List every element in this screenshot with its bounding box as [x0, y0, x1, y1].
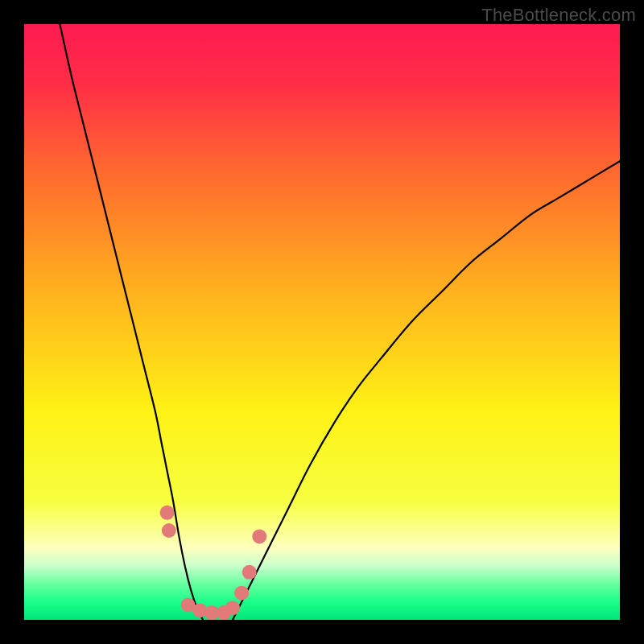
- marker-dot: [234, 586, 249, 601]
- marker-dot: [225, 601, 240, 615]
- chart-frame: TheBottleneck.com: [0, 0, 644, 644]
- marker-dot: [252, 529, 266, 543]
- plot-area: [24, 24, 620, 620]
- marker-dot: [192, 603, 207, 617]
- watermark-text: TheBottleneck.com: [481, 5, 636, 26]
- marker-dot: [160, 506, 175, 520]
- marker-dot: [242, 565, 257, 580]
- marker-dot: [162, 523, 176, 538]
- gradient-background: [24, 24, 620, 620]
- chart-svg: [24, 24, 620, 620]
